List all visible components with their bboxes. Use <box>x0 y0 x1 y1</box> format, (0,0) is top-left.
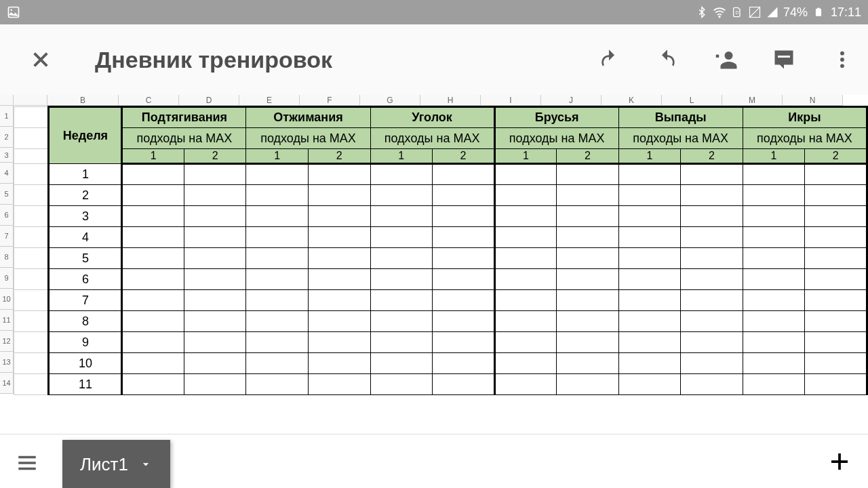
col-header[interactable]: F <box>300 95 360 106</box>
cell[interactable] <box>433 311 495 332</box>
cell[interactable] <box>805 269 867 290</box>
row-header[interactable]: 14 <box>0 373 14 394</box>
cell[interactable] <box>122 332 184 353</box>
col-header[interactable]: M <box>722 95 783 106</box>
cell[interactable] <box>122 227 184 248</box>
cell[interactable] <box>557 206 619 227</box>
cell[interactable] <box>184 374 246 395</box>
col-header[interactable]: J <box>541 95 601 106</box>
cell[interactable] <box>246 185 309 206</box>
row-header[interactable]: 4 <box>0 163 14 184</box>
cell[interactable] <box>14 248 49 269</box>
cell[interactable] <box>494 227 557 248</box>
cell[interactable]: подходы на MAX <box>494 128 618 149</box>
cell[interactable] <box>618 290 681 311</box>
cell[interactable]: 6 <box>49 269 122 290</box>
cell[interactable] <box>370 248 433 269</box>
col-header[interactable]: D <box>179 95 239 106</box>
cell[interactable] <box>370 290 433 311</box>
cell[interactable]: 1 <box>370 149 433 164</box>
cell[interactable] <box>370 269 433 290</box>
col-header[interactable]: B <box>47 95 119 106</box>
row-header[interactable]: 5 <box>0 184 14 205</box>
col-header[interactable]: E <box>239 95 300 106</box>
cell[interactable] <box>309 227 371 248</box>
cell[interactable] <box>122 269 184 290</box>
col-header[interactable]: K <box>601 95 662 106</box>
cell[interactable] <box>433 185 495 206</box>
cell[interactable] <box>618 353 681 374</box>
cell[interactable] <box>14 128 49 149</box>
comment-button[interactable] <box>772 47 796 72</box>
cell[interactable] <box>433 248 495 269</box>
cell[interactable] <box>309 290 371 311</box>
cell[interactable] <box>557 269 619 290</box>
cell[interactable]: Икры <box>743 107 867 128</box>
cell[interactable] <box>681 374 743 395</box>
cell[interactable] <box>557 248 619 269</box>
cell[interactable]: 2 <box>681 149 743 164</box>
cell[interactable] <box>122 206 184 227</box>
cell[interactable] <box>557 311 619 332</box>
cell[interactable] <box>681 311 743 332</box>
row-header[interactable]: 6 <box>0 205 14 226</box>
sheet-tab-menu-icon[interactable] <box>139 458 153 471</box>
cell[interactable] <box>122 353 184 374</box>
cell[interactable] <box>14 269 49 290</box>
cell[interactable] <box>370 185 433 206</box>
add-sheet-button[interactable] <box>825 447 854 476</box>
row-header[interactable]: 2 <box>0 127 14 148</box>
cell[interactable] <box>370 227 433 248</box>
cell[interactable]: Неделя <box>49 107 122 164</box>
cell[interactable]: подходы на MAX <box>743 128 867 149</box>
cell[interactable]: Подтягивания <box>122 107 246 128</box>
cell[interactable]: Брусья <box>494 107 618 128</box>
cell[interactable] <box>433 290 495 311</box>
row-header[interactable]: 12 <box>0 331 14 352</box>
cell[interactable] <box>805 227 867 248</box>
cell[interactable] <box>122 164 184 185</box>
cell[interactable]: подходы на MAX <box>122 128 246 149</box>
add-person-button[interactable] <box>713 47 738 72</box>
cell[interactable]: 10 <box>49 353 122 374</box>
cell[interactable] <box>494 185 557 206</box>
cell[interactable]: 1 <box>743 149 805 164</box>
cell[interactable]: подходы на MAX <box>370 128 494 149</box>
cell[interactable] <box>309 269 371 290</box>
cell[interactable] <box>743 206 805 227</box>
cell[interactable] <box>309 374 371 395</box>
cell[interactable] <box>309 332 371 353</box>
cell[interactable] <box>743 227 805 248</box>
col-header[interactable]: C <box>119 95 179 106</box>
cell[interactable]: 1 <box>122 149 184 164</box>
cell[interactable] <box>122 290 184 311</box>
cell[interactable] <box>743 290 805 311</box>
cell[interactable] <box>14 164 49 185</box>
cell[interactable]: 2 <box>433 149 495 164</box>
cell[interactable] <box>122 311 184 332</box>
cell[interactable] <box>14 332 49 353</box>
cell[interactable] <box>246 290 309 311</box>
cell[interactable] <box>557 332 619 353</box>
cell[interactable]: Выпады <box>618 107 743 128</box>
document-title[interactable]: Дневник тренировок <box>95 47 597 73</box>
cell[interactable] <box>309 185 371 206</box>
undo-button[interactable] <box>597 47 621 72</box>
cell[interactable] <box>433 227 495 248</box>
cell[interactable] <box>557 353 619 374</box>
cell[interactable] <box>14 374 49 395</box>
cell[interactable] <box>433 206 495 227</box>
cell[interactable] <box>184 290 246 311</box>
cell[interactable] <box>494 290 557 311</box>
cell[interactable]: Уголок <box>370 107 494 128</box>
cell[interactable] <box>246 227 309 248</box>
cell[interactable] <box>743 332 805 353</box>
cell[interactable] <box>184 332 246 353</box>
cell[interactable] <box>618 248 681 269</box>
cell[interactable] <box>184 164 246 185</box>
cell[interactable]: 2 <box>49 185 122 206</box>
cell[interactable] <box>805 353 867 374</box>
cell[interactable] <box>14 227 49 248</box>
cell[interactable] <box>370 311 433 332</box>
all-sheets-button[interactable] <box>12 448 42 478</box>
